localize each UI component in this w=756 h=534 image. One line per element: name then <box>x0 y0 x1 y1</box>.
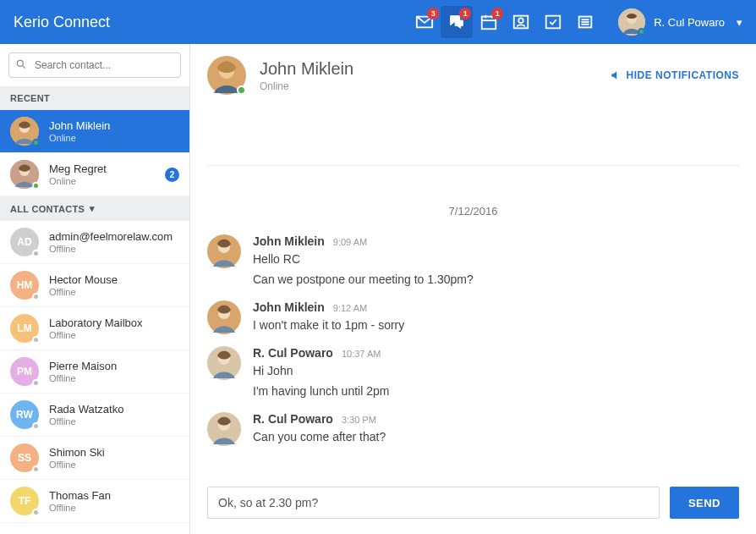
contact-status: Offline <box>49 460 179 470</box>
contact-avatar: TF <box>10 487 39 515</box>
svg-point-13 <box>17 60 23 66</box>
chat-badge: 1 <box>459 8 471 19</box>
message-time: 9:09 AM <box>333 237 367 247</box>
message-author: R. Cul Powaro <box>253 346 333 360</box>
notes-icon[interactable] <box>569 6 601 38</box>
chat-header-avatar <box>207 56 246 95</box>
message-text: Hello RC <box>253 250 474 268</box>
mail-badge: 3 <box>427 8 439 19</box>
message-time: 9:12 AM <box>333 303 367 313</box>
user-menu[interactable]: R. Cul Powaro ▾ <box>618 8 742 36</box>
message-author: John Miklein <box>253 234 325 248</box>
message: John Miklein9:12 AMI won't make it to 1p… <box>207 300 739 334</box>
contact-item[interactable]: SSShimon SkiOffline <box>0 437 189 480</box>
contact-name: Thomas Fan <box>49 489 179 502</box>
contact-avatar <box>10 117 39 146</box>
contact-avatar: PM <box>10 357 39 386</box>
chat-body[interactable]: 7/12/2016 John Miklein9:09 AMHello RCCan… <box>190 103 756 476</box>
message-text: Can we postpone our meeting to 1.30pm? <box>253 271 474 289</box>
chevron-down-icon: ▾ <box>90 203 95 214</box>
section-recent: RECENT <box>0 86 189 110</box>
brand-title: Kerio Connect <box>14 14 110 31</box>
contact-status: Offline <box>49 287 179 297</box>
contact-item[interactable]: LMLaboratory MailboxOffline <box>0 307 189 350</box>
chat-header: John Miklein Online HIDE NOTIFICATIONS <box>190 44 756 103</box>
status-dot <box>32 379 40 387</box>
sidebar: RECENT John MikleinOnlineMeg RegretOnlin… <box>0 44 190 534</box>
chat-title: John Miklein <box>260 59 353 79</box>
contact-item[interactable]: ADadmin@feelmorelaw.comOffline <box>0 221 189 264</box>
contact-name: Pierre Maison <box>49 360 179 372</box>
app-body: RECENT John MikleinOnlineMeg RegretOnlin… <box>0 44 756 534</box>
status-dot <box>32 509 40 516</box>
send-button[interactable]: SEND <box>670 487 739 519</box>
chat-panel: John Miklein Online HIDE NOTIFICATIONS 7… <box>190 44 756 534</box>
mail-icon[interactable]: 3 <box>408 6 441 38</box>
section-all-contacts[interactable]: ALL CONTACTS ▾ <box>0 196 189 221</box>
contact-status: Online <box>49 176 155 186</box>
contact-status: Offline <box>49 244 179 254</box>
message-text: Hi John <box>253 362 389 380</box>
contact-name: Hector Mouse <box>49 273 179 286</box>
calendar-icon[interactable]: 1 <box>473 6 505 38</box>
chat-icon[interactable]: 1 <box>441 6 473 38</box>
svg-rect-6 <box>546 16 561 29</box>
section-all-label: ALL CONTACTS <box>10 204 85 214</box>
contact-name: Laboratory Mailbox <box>49 317 179 329</box>
svg-line-14 <box>23 66 25 69</box>
app-window: Kerio Connect 3 1 1 <box>0 0 756 534</box>
contacts-icon[interactable] <box>505 6 537 38</box>
contact-name: Rada Watzatko <box>49 403 179 416</box>
contact-status: Offline <box>49 373 179 383</box>
hide-notifications-label: HIDE NOTIFICATIONS <box>627 69 739 81</box>
message-avatar <box>207 234 241 268</box>
message-avatar <box>207 346 241 380</box>
recent-contact[interactable]: John MikleinOnline <box>0 110 189 153</box>
message-author: John Miklein <box>253 300 325 314</box>
contact-avatar <box>10 160 39 189</box>
contact-avatar: SS <box>10 443 39 472</box>
message-text: I'm having lunch until 2pm <box>253 383 389 400</box>
message-time: 10:37 AM <box>342 349 381 359</box>
message: R. Cul Powaro3:30 PMCan you come after t… <box>207 412 739 446</box>
message-text: Can you come after that? <box>253 428 386 446</box>
message-avatar <box>207 412 241 446</box>
contact-name: admin@feelmorelaw.com <box>49 230 179 243</box>
search-icon <box>15 58 27 70</box>
search-input[interactable] <box>8 52 181 78</box>
contact-item[interactable]: PMPierre MaisonOffline <box>0 350 189 394</box>
user-name-label: R. Cul Powaro <box>654 16 725 29</box>
status-dot <box>32 182 40 190</box>
chat-subtitle: Online <box>260 80 353 92</box>
message-time: 3:30 PM <box>342 415 376 425</box>
status-dot <box>32 293 40 300</box>
tasks-icon[interactable] <box>537 6 569 38</box>
message-text: I won't make it to 1pm - sorry <box>253 317 404 334</box>
calendar-badge: 1 <box>491 8 503 19</box>
contact-item[interactable]: HMHector MouseOffline <box>0 264 189 307</box>
contact-avatar: AD <box>10 228 39 256</box>
status-dot <box>32 422 40 430</box>
compose-input[interactable] <box>207 487 660 519</box>
contact-item[interactable]: RWRada WatzatkoOffline <box>0 394 189 437</box>
contact-status: Offline <box>49 330 179 340</box>
contact-name: John Miklein <box>49 119 179 132</box>
contact-item[interactable]: TFThomas FanOffline <box>0 480 189 523</box>
contact-status: Online <box>49 133 179 143</box>
svg-point-5 <box>518 18 523 23</box>
date-divider: 7/12/2016 <box>207 103 739 226</box>
app-header: Kerio Connect 3 1 1 <box>0 0 756 44</box>
contact-avatar: LM <box>10 314 39 343</box>
contact-name: Meg Regret <box>49 162 155 175</box>
contact-avatar: RW <box>10 400 39 429</box>
contact-status: Offline <box>49 416 179 427</box>
search-wrap <box>0 44 189 86</box>
contact-avatar: HM <box>10 271 39 300</box>
hide-notifications-button[interactable]: HIDE NOTIFICATIONS <box>610 69 739 81</box>
message-avatar <box>207 300 241 334</box>
contact-name: Shimon Ski <box>49 446 179 459</box>
user-avatar <box>618 8 645 36</box>
status-dot <box>32 139 40 146</box>
recent-contact[interactable]: Meg RegretOnline2 <box>0 153 189 196</box>
status-dot <box>32 336 40 344</box>
